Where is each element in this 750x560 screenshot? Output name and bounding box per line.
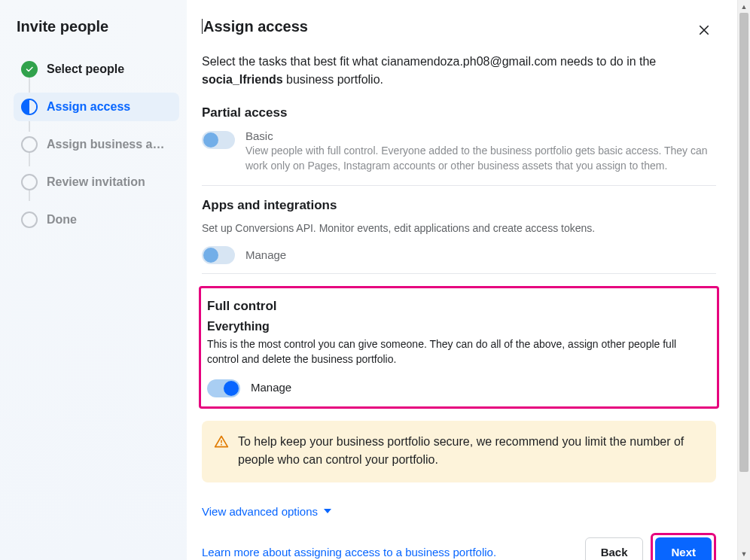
basic-label: Basic [245, 129, 716, 142]
vertical-scrollbar[interactable]: ▲ ▼ [737, 0, 750, 560]
step-done[interactable]: Done [14, 205, 179, 234]
portfolio-name: socia_lfriends [202, 73, 283, 86]
full-control-manage-label: Manage [251, 381, 291, 394]
toggle-knob [203, 132, 218, 148]
full-control-heading: Full control [207, 299, 706, 314]
close-button[interactable] [692, 18, 716, 42]
everything-label: Everything [207, 320, 706, 333]
circle-icon [21, 174, 38, 190]
step-select-people[interactable]: Select people [14, 55, 179, 84]
step-label: Review invitation [47, 175, 145, 189]
svg-point-0 [221, 444, 222, 446]
close-icon [697, 23, 711, 37]
step-label: Assign access [47, 100, 130, 114]
scroll-track[interactable] [738, 13, 750, 547]
toggle-knob [224, 381, 239, 396]
full-control-description: This is the most control you can give so… [207, 336, 706, 367]
basic-toggle[interactable] [202, 131, 235, 149]
user-email: cianamendoza.ph08@gmail.com [381, 55, 556, 68]
basic-permission-row: Basic View people with full control. Eve… [202, 129, 716, 173]
back-button[interactable]: Back [585, 537, 644, 560]
toggle-knob [203, 248, 218, 263]
circle-icon [21, 136, 38, 153]
wizard-sidebar: Invite people Select people Assign acces… [0, 0, 187, 560]
basic-description: View people with full control. Everyone … [245, 144, 716, 173]
divider [202, 273, 716, 274]
apps-manage-toggle[interactable] [202, 246, 235, 264]
footer-row: Learn more about assigning access to a b… [202, 533, 716, 560]
divider [202, 185, 716, 186]
step-label: Select people [47, 62, 124, 76]
scroll-up-arrow-icon[interactable]: ▲ [738, 0, 750, 13]
half-circle-icon [21, 99, 38, 115]
apps-description: Set up Conversions API. Monitor events, … [202, 222, 716, 234]
steps-list: Select people Assign access Assign busin… [14, 55, 179, 234]
step-assign-access[interactable]: Assign access [14, 93, 179, 121]
apps-manage-label: Manage [245, 248, 286, 261]
step-review-invitation[interactable]: Review invitation [14, 168, 179, 196]
apps-manage-row: Manage [202, 245, 716, 264]
step-assign-business-assets[interactable]: Assign business a… [14, 130, 179, 159]
scroll-down-arrow-icon[interactable]: ▼ [738, 547, 750, 560]
apps-heading: Apps and integrations [202, 198, 716, 213]
step-label: Assign business a… [47, 138, 165, 151]
warning-banner: To help keep your business portfolio sec… [202, 421, 716, 482]
full-control-highlight: Full control Everything This is the most… [199, 286, 719, 409]
circle-icon [21, 212, 38, 228]
intro-text: Select the tasks that best fit what cian… [202, 53, 716, 89]
svg-rect-1 [221, 440, 222, 443]
page-title: Assign access [202, 18, 308, 35]
partial-access-heading: Partial access [202, 105, 716, 120]
main-panel: Assign access Select the tasks that best… [187, 0, 750, 560]
view-advanced-options-link[interactable]: View advanced options [202, 505, 331, 518]
full-control-manage-row: Manage [207, 378, 706, 397]
next-button[interactable]: Next [655, 537, 712, 560]
sidebar-title: Invite people [14, 18, 179, 35]
warning-icon [214, 434, 229, 449]
scroll-thumb[interactable] [739, 13, 748, 472]
learn-more-link[interactable]: Learn more about assigning access to a b… [202, 546, 496, 558]
next-button-highlight: Next [651, 533, 716, 560]
check-icon [21, 61, 38, 78]
step-label: Done [47, 213, 77, 227]
full-control-manage-toggle[interactable] [207, 379, 240, 397]
warning-text: To help keep your business portfolio sec… [238, 433, 701, 469]
chevron-down-icon [324, 509, 331, 513]
